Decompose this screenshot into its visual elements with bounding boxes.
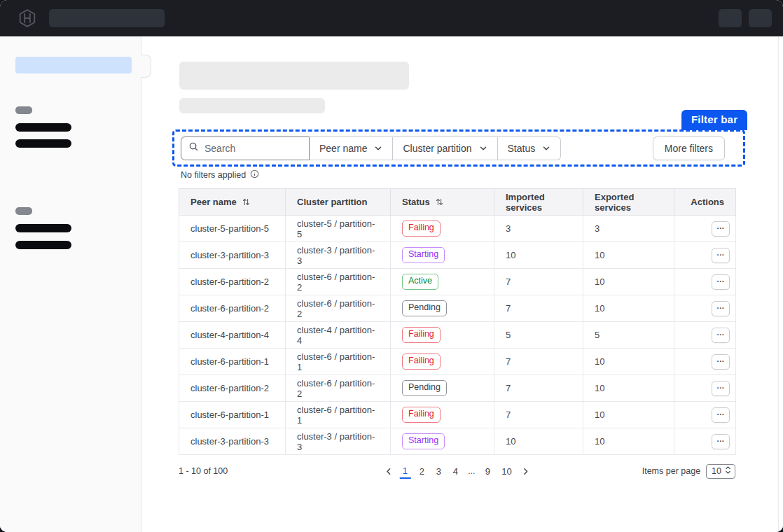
stepper-up-down-icon bbox=[725, 465, 731, 477]
status-badge: Failing bbox=[402, 327, 441, 343]
sidebar-skeleton-item-1 bbox=[15, 123, 71, 132]
chevron-down-icon bbox=[374, 144, 382, 153]
pagination-ellipsis: ... bbox=[466, 466, 476, 476]
pagination-next-button[interactable] bbox=[520, 466, 531, 477]
search-icon bbox=[188, 141, 199, 155]
row-overflow-menu-button[interactable]: ··· bbox=[712, 354, 730, 370]
cell-actions: ··· bbox=[674, 269, 736, 295]
pagination-page-2[interactable]: 2 bbox=[416, 464, 427, 479]
cell-cluster-partition: cluster-5 / partition-5 bbox=[286, 216, 391, 242]
table-header-row: Peer nameCluster partitionStatusImported… bbox=[179, 189, 736, 216]
pagination: 1234...910 bbox=[383, 463, 530, 479]
sidebar-skeleton-item-4 bbox=[15, 241, 71, 249]
topbar-skeleton-button-1 bbox=[719, 9, 742, 27]
info-icon[interactable] bbox=[250, 169, 259, 181]
cell-imported-services: 3 bbox=[494, 216, 583, 242]
row-overflow-menu-button[interactable]: ··· bbox=[712, 274, 730, 290]
filter-dropdown-peer-name[interactable]: Peer name bbox=[310, 136, 393, 160]
column-label: Imported services bbox=[506, 192, 571, 213]
nav-skeleton-pill bbox=[49, 9, 165, 27]
cell-exported-services: 10 bbox=[583, 349, 674, 375]
cell-status: Starting bbox=[391, 242, 494, 269]
top-nav-bar bbox=[0, 0, 783, 36]
status-badge: Failing bbox=[402, 220, 441, 237]
cell-actions: ··· bbox=[674, 322, 736, 349]
chevron-down-icon bbox=[542, 144, 550, 153]
cell-status: Pending bbox=[391, 375, 494, 402]
column-header-actions: Actions bbox=[674, 189, 736, 216]
pagination-page-10[interactable]: 10 bbox=[499, 464, 514, 479]
items-per-page-select[interactable]: 10 bbox=[706, 464, 735, 479]
sidebar-collapse-handle[interactable] bbox=[141, 55, 151, 78]
cell-cluster-partition: cluster-6 / partition-2 bbox=[286, 375, 391, 402]
table-row: cluster-3-partition-3cluster-3 / partiti… bbox=[179, 242, 736, 269]
filter-dropdown-cluster-partition[interactable]: Cluster partition bbox=[393, 136, 497, 160]
table-row: cluster-6-partition-1cluster-6 / partiti… bbox=[179, 349, 736, 375]
row-overflow-menu-button[interactable]: ··· bbox=[712, 248, 730, 263]
hashicorp-logo-icon bbox=[17, 8, 38, 29]
cell-imported-services: 10 bbox=[494, 428, 583, 455]
sidebar-skeleton-section-label-1 bbox=[15, 106, 32, 114]
cell-exported-services: 10 bbox=[583, 375, 674, 402]
status-badge: Pending bbox=[402, 300, 447, 316]
cell-actions: ··· bbox=[674, 402, 736, 428]
status-badge: Pending bbox=[402, 380, 447, 396]
column-header-exported-services: Exported services bbox=[583, 189, 674, 216]
cell-exported-services: 10 bbox=[583, 402, 674, 428]
column-header-peer-name[interactable]: Peer name bbox=[179, 189, 286, 216]
row-overflow-menu-button[interactable]: ··· bbox=[712, 301, 730, 316]
cell-peer-name: cluster-6-partition-1 bbox=[179, 349, 286, 375]
dropdown-label: Cluster partition bbox=[403, 143, 471, 154]
cell-status: Failing bbox=[391, 322, 494, 349]
column-label: Actions bbox=[691, 197, 724, 207]
table-row: cluster-6-partition-2cluster-6 / partiti… bbox=[179, 295, 736, 322]
pagination-page-3[interactable]: 3 bbox=[433, 464, 444, 479]
column-label: Exported services bbox=[595, 192, 663, 213]
cell-cluster-partition: cluster-4 / partition-4 bbox=[286, 322, 391, 349]
cell-exported-services: 10 bbox=[583, 295, 674, 322]
table-row: cluster-6-partition-2cluster-6 / partiti… bbox=[179, 269, 736, 295]
cell-imported-services: 7 bbox=[494, 402, 583, 428]
cell-cluster-partition: cluster-3 / partition-3 bbox=[286, 242, 391, 269]
scrollbar-track bbox=[778, 36, 779, 532]
cell-peer-name: cluster-6-partition-2 bbox=[179, 295, 286, 322]
cell-cluster-partition: cluster-6 / partition-2 bbox=[286, 295, 391, 322]
search-input[interactable] bbox=[205, 143, 302, 154]
sidebar-skeleton-active-item bbox=[15, 57, 132, 74]
chevron-down-icon bbox=[479, 144, 487, 153]
column-header-status[interactable]: Status bbox=[391, 189, 494, 216]
row-overflow-menu-button[interactable]: ··· bbox=[712, 407, 730, 423]
annotation-filter-bar-label: Filter bar bbox=[681, 110, 747, 130]
pagination-page-1[interactable]: 1 bbox=[399, 463, 410, 479]
pagination-prev-button[interactable] bbox=[383, 466, 394, 477]
cell-status: Starting bbox=[391, 428, 494, 455]
main-content: Filter bar Peer nameCluster partitionSta… bbox=[141, 36, 783, 532]
filter-dropdown-status[interactable]: Status bbox=[498, 136, 562, 160]
column-header-cluster-partition: Cluster partition bbox=[286, 189, 391, 216]
pagination-range-text: 1 - 10 of 100 bbox=[179, 466, 228, 476]
app-window: Filter bar Peer nameCluster partitionSta… bbox=[0, 0, 783, 532]
filter-dropdown-group: Peer nameCluster partitionStatus bbox=[310, 136, 561, 160]
search-field[interactable] bbox=[181, 136, 310, 160]
cell-exported-services: 10 bbox=[583, 242, 674, 269]
cell-peer-name: cluster-3-partition-3 bbox=[179, 428, 286, 455]
sort-icon[interactable] bbox=[242, 198, 250, 206]
row-overflow-menu-button[interactable]: ··· bbox=[712, 381, 730, 396]
sort-icon[interactable] bbox=[436, 198, 443, 206]
cell-status: Active bbox=[391, 269, 494, 295]
row-overflow-menu-button[interactable]: ··· bbox=[712, 328, 730, 343]
cell-imported-services: 7 bbox=[494, 375, 583, 402]
cell-cluster-partition: cluster-6 / partition-1 bbox=[286, 349, 391, 375]
row-overflow-menu-button[interactable]: ··· bbox=[712, 434, 730, 449]
cell-actions: ··· bbox=[674, 216, 736, 242]
cell-peer-name: cluster-6-partition-1 bbox=[179, 402, 286, 428]
pagination-page-9[interactable]: 9 bbox=[482, 464, 493, 479]
table-row: cluster-6-partition-2cluster-6 / partiti… bbox=[179, 375, 736, 402]
row-overflow-menu-button[interactable]: ··· bbox=[712, 221, 730, 237]
cell-imported-services: 5 bbox=[494, 322, 583, 349]
pagination-page-4[interactable]: 4 bbox=[450, 464, 461, 479]
cell-cluster-partition: cluster-6 / partition-2 bbox=[286, 269, 391, 295]
table-row: cluster-3-partition-3cluster-3 / partiti… bbox=[179, 428, 736, 455]
cell-exported-services: 3 bbox=[583, 216, 674, 242]
more-filters-button[interactable]: More filters bbox=[653, 136, 725, 160]
